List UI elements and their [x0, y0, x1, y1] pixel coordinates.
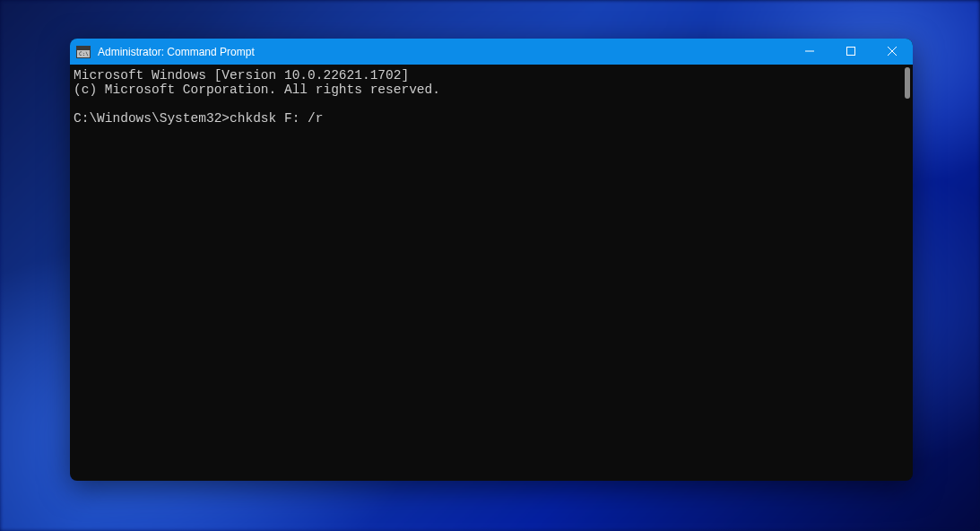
maximize-button[interactable]: [830, 39, 872, 64]
command-prompt-window: Administrator: Command Prompt Microsoft …: [70, 39, 913, 481]
terminal-banner-line1: Microsoft Windows [Version 10.0.22621.17…: [74, 68, 409, 83]
minimize-button[interactable]: [789, 39, 830, 64]
terminal-banner-line2: (c) Microsoft Corporation. All rights re…: [74, 83, 440, 97]
window-controls: [789, 39, 913, 65]
svg-rect-1: [847, 48, 855, 56]
titlebar[interactable]: Administrator: Command Prompt: [70, 39, 913, 65]
close-icon: [888, 47, 897, 56]
close-button[interactable]: [872, 39, 913, 64]
terminal-content[interactable]: Microsoft Windows [Version 10.0.22621.17…: [70, 65, 913, 481]
maximize-icon: [846, 47, 855, 56]
window-title: Administrator: Command Prompt: [98, 46, 255, 58]
cmd-icon: [76, 46, 91, 58]
minimize-icon: [805, 47, 814, 56]
terminal-prompt: C:\Windows\System32>: [74, 111, 230, 126]
scrollbar-thumb[interactable]: [905, 67, 910, 99]
terminal-command: chkdsk F: /r: [230, 111, 323, 126]
